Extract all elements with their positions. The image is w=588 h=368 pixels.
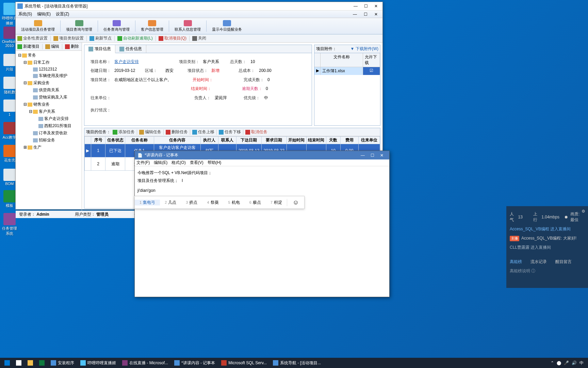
np-close-button[interactable]: ✕ bbox=[377, 152, 387, 159]
np-maximize-button[interactable]: ☐ bbox=[368, 152, 377, 159]
tray-icon[interactable]: 🎤 bbox=[564, 361, 569, 365]
grid-header[interactable]: 下达日期 bbox=[236, 137, 262, 144]
expand-icon[interactable]: ⊞ bbox=[23, 145, 27, 150]
menu-edit[interactable]: 编辑(E) bbox=[37, 11, 51, 17]
toolbar-button[interactable]: 刷新节点 bbox=[89, 35, 112, 41]
tree-node[interactable]: 12312312 bbox=[17, 66, 81, 72]
toolbar-button[interactable]: 关闭 bbox=[192, 35, 206, 41]
np-menu-view[interactable]: 查看(V) bbox=[190, 160, 203, 166]
ime-candidate[interactable]: 2几点 bbox=[160, 200, 181, 205]
download-attachment-link[interactable]: ▼ 下载附件(W) bbox=[350, 46, 378, 52]
close-button[interactable]: ✕ bbox=[371, 3, 381, 10]
toolbar-button[interactable]: 项目类别设置 bbox=[53, 35, 84, 41]
grid-header[interactable]: 序号 bbox=[91, 137, 105, 144]
taskbar-item[interactable] bbox=[25, 358, 36, 368]
grid-header[interactable]: 要求日期 bbox=[261, 137, 287, 144]
ribbon-button[interactable]: 项目查询与管理 bbox=[62, 19, 96, 33]
ime-candidate[interactable]: 3挤点 bbox=[181, 200, 202, 205]
taskbar-item[interactable] bbox=[36, 358, 47, 368]
np-menu-format[interactable]: 格式(O) bbox=[172, 160, 185, 166]
np-menu-file[interactable]: 文件(F) bbox=[136, 160, 150, 166]
taskbar-item[interactable]: 安装程序 bbox=[48, 358, 77, 368]
task-toolbar-button[interactable]: 任务下移 bbox=[219, 129, 241, 135]
taskbar-item[interactable]: 在线直播 - Microsof... bbox=[119, 358, 171, 368]
tree-node[interactable]: ⊟常务 bbox=[17, 52, 81, 59]
task-toolbar-button[interactable]: 删除任务 bbox=[166, 129, 188, 135]
ime-candidate[interactable]: 4祭奠 bbox=[202, 200, 223, 205]
np-minimize-button[interactable]: — bbox=[358, 152, 368, 159]
tray-icon[interactable]: 🔊 bbox=[572, 361, 577, 365]
titlebar[interactable]: 系统导航 - [活动项目及任务管理器] — ☐ ✕ bbox=[16, 2, 382, 11]
ime-indicator[interactable]: 中 bbox=[579, 360, 584, 366]
toolbar-button[interactable]: 取消项目(Q) bbox=[159, 35, 186, 41]
task-toolbar-button[interactable]: 添加任务 bbox=[113, 129, 135, 135]
task-toolbar-button[interactable]: 编辑任务 bbox=[139, 129, 161, 135]
grid-header[interactable]: 天数 bbox=[326, 137, 340, 144]
ime-candidate[interactable]: 5机电 bbox=[224, 200, 245, 205]
menu-settings[interactable]: 设置(Z) bbox=[56, 11, 69, 17]
tree-node[interactable]: ⊟销售业务 bbox=[17, 101, 81, 108]
tree-node[interactable]: ⊟采购业务 bbox=[17, 79, 81, 87]
tree-node[interactable]: ⊞生产 bbox=[17, 144, 81, 151]
mdi-maximize-button[interactable]: ☐ bbox=[361, 11, 370, 18]
ribbon-button[interactable]: 显示今日提醒业务 bbox=[208, 19, 246, 33]
mdi-close-button[interactable]: ✕ bbox=[371, 11, 381, 18]
tree-node[interactable]: ⊟日常工作 bbox=[17, 59, 81, 66]
np-menu-help[interactable]: 帮助(H) bbox=[208, 160, 222, 166]
allow-download-checkbox[interactable]: ☑ bbox=[363, 67, 380, 75]
mdi-minimize-button[interactable]: — bbox=[350, 11, 360, 18]
menu-system[interactable]: 系统(S) bbox=[18, 11, 32, 17]
toolbar-button[interactable]: 业务性质设置 bbox=[17, 35, 48, 41]
ime-emoji-button[interactable]: ☺ bbox=[287, 199, 304, 206]
tree-node[interactable]: 招标业务 bbox=[17, 137, 81, 144]
project-tree[interactable]: ⊟常务⊟日常工作12312312车辆使用及维护⊟采购业务供货商关系货物采购及入库… bbox=[16, 51, 82, 211]
tab-flow[interactable]: 流水记录 bbox=[530, 259, 547, 265]
grid-header[interactable]: 任务内容 bbox=[154, 137, 200, 144]
settings-icon[interactable]: ⚙ bbox=[582, 209, 585, 214]
grid-header[interactable]: 往来单位 bbox=[358, 137, 380, 144]
np-menu-edit[interactable]: 编辑(E) bbox=[154, 160, 167, 166]
ribbon-button[interactable]: 联系人信息管理 bbox=[171, 19, 205, 33]
task-toolbar-button[interactable]: 任务上移 bbox=[192, 129, 214, 135]
tab-project-info[interactable]: 项目信息 bbox=[84, 45, 115, 53]
tray-icon[interactable]: ⌃ bbox=[551, 361, 554, 365]
expand-icon[interactable]: ⊟ bbox=[29, 109, 32, 114]
tree-node[interactable]: 订单及发货收款 bbox=[17, 129, 81, 137]
tree-node[interactable]: 车辆使用及维护 bbox=[17, 72, 81, 79]
system-tray[interactable]: ⌃ ⬤ 🎤 🔊 中 bbox=[551, 360, 586, 366]
tree-node[interactable]: 货物采购及入库 bbox=[17, 94, 81, 101]
grid-header[interactable]: 开始时间 bbox=[287, 137, 306, 144]
taskbar-item[interactable]: Microsoft SQL Serv... bbox=[218, 358, 270, 368]
tree-node[interactable]: 西航201所项目 bbox=[17, 122, 81, 129]
grid-header[interactable] bbox=[85, 137, 91, 144]
maximize-button[interactable]: ☐ bbox=[361, 3, 371, 10]
energy-help[interactable]: 高能榜说明 ⓘ bbox=[510, 266, 585, 276]
taskbar-item[interactable]: 哔哩哔哩直播姬 bbox=[78, 358, 119, 368]
grid-header[interactable]: 任务状态 bbox=[105, 137, 125, 144]
grid-header[interactable]: 联系人 bbox=[218, 137, 236, 144]
taskbar-item[interactable]: *讲课内容 - 记事本 bbox=[172, 358, 218, 368]
tree-toolbar-button[interactable]: 编辑 bbox=[45, 44, 59, 49]
tab-superchat[interactable]: 醒目留言 bbox=[555, 259, 572, 265]
tree-node[interactable]: 客户走访安排 bbox=[17, 115, 81, 122]
ribbon-button[interactable]: 客户信息管理 bbox=[137, 19, 167, 33]
expand-icon[interactable]: ⊟ bbox=[23, 80, 27, 85]
tab-energy[interactable]: 高能榜 bbox=[510, 259, 522, 265]
grid-header[interactable]: 任务名称 bbox=[125, 137, 154, 144]
grid-header[interactable]: 结束时间 bbox=[306, 137, 326, 144]
ime-candidate[interactable]: 6极点 bbox=[245, 200, 266, 205]
grid-header[interactable]: 执行人 bbox=[200, 137, 218, 144]
tab-task-info[interactable]: 任务信息 bbox=[115, 45, 146, 53]
ime-candidate[interactable]: 7积淀 bbox=[266, 200, 287, 205]
task-toolbar-button[interactable]: 取消任务 bbox=[245, 129, 267, 135]
tree-node[interactable]: 供货商关系 bbox=[17, 87, 81, 94]
toolbar-button[interactable]: 自动刷新逾期(L) bbox=[117, 35, 153, 41]
val-project-name[interactable]: 客户走访安排 bbox=[114, 57, 176, 66]
tree-node[interactable]: ⊟客户关系 bbox=[17, 108, 81, 115]
tree-toolbar-button[interactable]: 新建项目 bbox=[17, 44, 39, 49]
attachment-row[interactable]: ▶ 工作簿1.xlsx ☑ bbox=[314, 67, 380, 75]
tree-toolbar-button[interactable]: 删除 bbox=[65, 44, 79, 49]
taskbar-item[interactable] bbox=[2, 358, 13, 368]
ime-candidate-bar[interactable]: 1集电弓2几点3挤点4祭奠5机电6极点7积淀☺ bbox=[134, 196, 305, 209]
ime-candidate[interactable]: 1集电弓 bbox=[135, 200, 160, 205]
